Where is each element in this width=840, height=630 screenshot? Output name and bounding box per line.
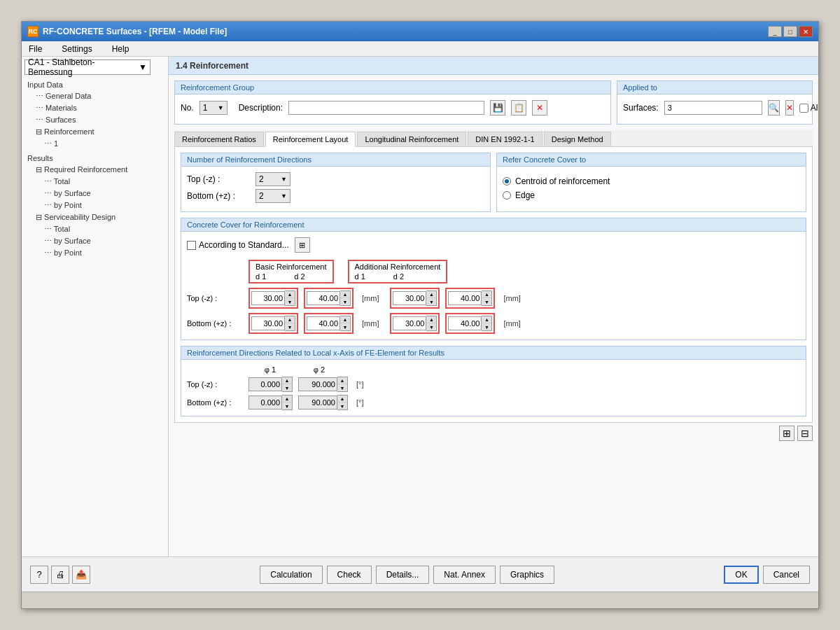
basic-top-d1-up[interactable]: ▲ bbox=[285, 291, 295, 298]
all-checkbox[interactable] bbox=[799, 104, 808, 113]
add-bot-d2-up[interactable]: ▲ bbox=[482, 316, 491, 323]
tab-longitudinal[interactable]: Longitudinal Reinforcement bbox=[357, 132, 466, 146]
dir-top-phi2-down[interactable]: ▼ bbox=[337, 384, 347, 391]
tab-design-method[interactable]: Design Method bbox=[544, 132, 611, 146]
maximize-button[interactable]: □ bbox=[783, 26, 797, 37]
dir-bot-phi2-up[interactable]: ▲ bbox=[337, 396, 347, 402]
dir-bot-phi2-input[interactable] bbox=[298, 396, 337, 410]
tab-rein-layout[interactable]: Reinforcement Layout bbox=[265, 132, 356, 147]
sidebar-item-general-data[interactable]: ⋯ General Data bbox=[24, 90, 165, 102]
dir-top-phi1-up[interactable]: ▲ bbox=[282, 377, 292, 384]
bottom-bar: ? 🖨 📤 Calculation Check Details... Nat. … bbox=[22, 556, 818, 592]
ok-button[interactable]: OK bbox=[724, 566, 758, 584]
surfaces-delete-btn[interactable]: ✕ bbox=[785, 100, 794, 115]
dir-top-phi1-down[interactable]: ▼ bbox=[282, 384, 292, 391]
desc-input[interactable] bbox=[288, 101, 484, 115]
sidebar-item-rein-1[interactable]: ⋯ 1 bbox=[24, 138, 165, 150]
sidebar-item-required-rein[interactable]: ⊟ Required Reinforcement bbox=[24, 164, 165, 176]
dir-bot-phi1-up[interactable]: ▲ bbox=[282, 396, 292, 402]
radio-edge[interactable]: Edge bbox=[503, 190, 800, 200]
tab-din-en[interactable]: DIN EN 1992-1-1 bbox=[468, 132, 542, 146]
basic-top-d2-down[interactable]: ▼ bbox=[340, 298, 350, 305]
basic-rein-title: Basic Reinforcement bbox=[255, 262, 327, 271]
radio-centroid[interactable]: Centroid of reinforcement bbox=[503, 176, 800, 186]
save-icon-btn[interactable]: 💾 bbox=[490, 100, 505, 115]
delete-icon-btn[interactable]: ✕ bbox=[532, 100, 547, 115]
sidebar-item-rr-total[interactable]: ⋯ Total bbox=[24, 176, 165, 188]
basic-bot-d2-down[interactable]: ▼ bbox=[340, 323, 350, 330]
basic-bot-d1-up[interactable]: ▲ bbox=[285, 316, 295, 323]
sidebar-item-rr-by-surface[interactable]: ⋯ by Surface bbox=[24, 188, 165, 200]
basic-top-d1-input[interactable] bbox=[251, 291, 285, 305]
basic-bot-d1-input[interactable] bbox=[251, 316, 285, 330]
sidebar-item-sd-total[interactable]: ⋯ Total bbox=[24, 223, 165, 235]
help-icon-btn[interactable]: ? bbox=[30, 566, 48, 584]
dir-top-phi1-input[interactable] bbox=[248, 377, 282, 391]
calculation-button[interactable]: Calculation bbox=[260, 566, 322, 584]
std-checkbox[interactable] bbox=[187, 241, 196, 250]
status-bar bbox=[22, 592, 818, 608]
surfaces-select-btn[interactable]: 🔍 bbox=[768, 100, 780, 115]
add-bot-d1-input[interactable] bbox=[393, 316, 426, 330]
ca-dropdown-value: CA1 - Stahlbeton-Bemessung bbox=[28, 57, 139, 77]
add-bot-d2-down[interactable]: ▼ bbox=[482, 323, 491, 330]
sidebar-item-results[interactable]: Results bbox=[24, 153, 165, 164]
dir-bot-phi1-input[interactable] bbox=[248, 396, 282, 410]
dir-top-phi2-input[interactable] bbox=[298, 377, 337, 391]
no-dropdown[interactable]: 1 ▼ bbox=[200, 101, 227, 115]
add-bot-d2-input[interactable] bbox=[448, 316, 482, 330]
sidebar-item-materials[interactable]: ⋯ Materials bbox=[24, 102, 165, 114]
tab-rein-ratios[interactable]: Reinforcement Ratios bbox=[174, 132, 264, 146]
std-icon-btn[interactable]: ⊞ bbox=[295, 237, 310, 253]
add-top-d2-down[interactable]: ▼ bbox=[482, 298, 491, 305]
graphics-button[interactable]: Graphics bbox=[500, 566, 554, 584]
add-bot-d1-up[interactable]: ▲ bbox=[426, 316, 436, 323]
basic-bot-d2-input[interactable] bbox=[307, 316, 340, 330]
add-top-d1-up[interactable]: ▲ bbox=[426, 291, 436, 298]
add-bot-d1-down[interactable]: ▼ bbox=[426, 323, 436, 330]
dir-bot-phi2-down[interactable]: ▼ bbox=[337, 402, 347, 410]
sidebar-item-input-data[interactable]: Input Data bbox=[24, 79, 165, 90]
top-dir-dropdown[interactable]: 2 ▼ bbox=[255, 172, 290, 186]
print-icon-btn[interactable]: 🖨 bbox=[51, 566, 69, 584]
copy-icon-btn[interactable]: 📋 bbox=[511, 100, 526, 115]
all-checkbox-label[interactable]: All bbox=[799, 103, 818, 113]
surfaces-input[interactable] bbox=[664, 101, 762, 115]
details-button[interactable]: Details... bbox=[376, 566, 430, 584]
sidebar-item-sd-by-point[interactable]: ⋯ by Point bbox=[24, 247, 165, 259]
menu-settings[interactable]: Settings bbox=[57, 43, 96, 55]
basic-top-d2-input[interactable] bbox=[307, 291, 340, 305]
dir-top-phi2-up[interactable]: ▲ bbox=[337, 377, 347, 384]
sidebar-item-reinforcement[interactable]: ⊟ Reinforcement bbox=[24, 126, 165, 138]
menu-file[interactable]: File bbox=[24, 43, 46, 55]
ca-dropdown[interactable]: CA1 - Stahlbeton-Bemessung ▼ bbox=[24, 59, 150, 75]
basic-bot-d2-up[interactable]: ▲ bbox=[340, 316, 350, 323]
basic-top-d1-down[interactable]: ▼ bbox=[285, 298, 295, 305]
add-top-d2-up[interactable]: ▲ bbox=[482, 291, 491, 298]
basic-bot-unit: [mm] bbox=[362, 319, 379, 328]
add-top-d1-down[interactable]: ▼ bbox=[426, 298, 436, 305]
surfaces-label: Surfaces: bbox=[623, 103, 659, 113]
export-icon-btn[interactable]: 📤 bbox=[72, 566, 90, 584]
basic-bot-d1-down[interactable]: ▼ bbox=[285, 323, 295, 330]
add-top-d2-input[interactable] bbox=[448, 291, 482, 305]
std-checkbox-label[interactable]: According to Standard... bbox=[187, 240, 289, 250]
sidebar-item-serviceability[interactable]: ⊟ Serviceability Design bbox=[24, 211, 165, 223]
cancel-button[interactable]: Cancel bbox=[763, 566, 810, 584]
sidebar-item-sd-by-surface[interactable]: ⋯ by Surface bbox=[24, 235, 165, 247]
nat-annex-button[interactable]: Nat. Annex bbox=[433, 566, 496, 584]
close-button[interactable]: ✕ bbox=[799, 26, 813, 37]
add-top-d1-input[interactable] bbox=[393, 291, 426, 305]
basic-top-d2-up[interactable]: ▲ bbox=[340, 291, 350, 298]
rein-dir-body: φ 1 φ 2 Top (-z) : ▲ bbox=[181, 360, 806, 416]
sidebar-item-rr-by-point[interactable]: ⋯ by Point bbox=[24, 200, 165, 211]
sidebar-item-surfaces[interactable]: ⋯ Surfaces bbox=[24, 114, 165, 126]
bottom-dir-dropdown[interactable]: 2 ▼ bbox=[255, 189, 290, 203]
view-icon-btn-2[interactable]: ⊟ bbox=[797, 426, 813, 441]
menu-help[interactable]: Help bbox=[108, 43, 134, 55]
dir-bot-phi1-down[interactable]: ▼ bbox=[282, 402, 292, 410]
view-icon-btn-1[interactable]: ⊞ bbox=[779, 426, 794, 441]
check-button[interactable]: Check bbox=[327, 566, 372, 584]
add-top-d2-spinbox: ▲ ▼ bbox=[448, 290, 492, 306]
minimize-button[interactable]: _ bbox=[768, 26, 782, 37]
